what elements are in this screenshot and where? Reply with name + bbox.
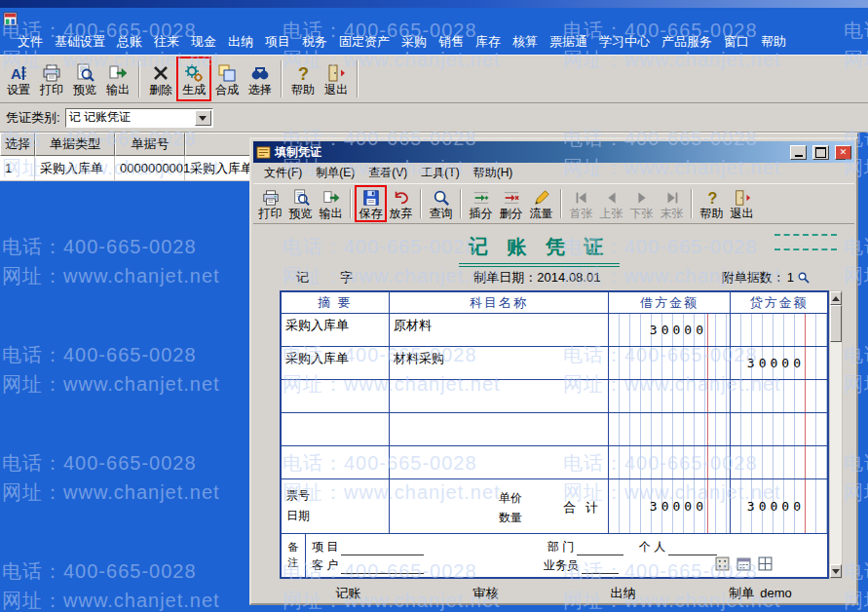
main-menu-1[interactable]: 文件	[12, 30, 49, 54]
vertical-scrollbar[interactable]	[829, 290, 843, 579]
voucher-word[interactable]: 记字	[296, 269, 353, 287]
settings-button[interactable]: A设置	[2, 57, 35, 100]
voucher-type-combo[interactable]: 记 记账凭证	[65, 108, 213, 128]
main-menu-17[interactable]: 窗口	[718, 30, 755, 54]
col-doc-type[interactable]: 单据类型	[35, 133, 115, 156]
cell-summary[interactable]	[282, 413, 389, 445]
dialog-menu-1[interactable]: 文件(F)	[257, 163, 309, 183]
output-button[interactable]: 输出	[316, 186, 346, 221]
combo-dropdown-icon[interactable]	[195, 110, 211, 126]
app-window-icon[interactable]	[3, 12, 18, 26]
cell-debit[interactable]	[608, 413, 730, 445]
main-menu-16[interactable]: 产品服务	[656, 30, 718, 54]
cell-summary[interactable]: 采购入库单	[282, 314, 389, 346]
cell-account[interactable]: 材料采购	[389, 347, 608, 379]
attachment-value[interactable]: 1	[787, 270, 794, 285]
main-menu-13[interactable]: 核算	[507, 30, 544, 54]
cell-summary[interactable]: 采购入库单	[282, 347, 389, 379]
item-field[interactable]	[341, 545, 424, 555]
cell-credit[interactable]	[730, 380, 827, 412]
voucher-row-5[interactable]	[282, 446, 827, 479]
main-menu-9[interactable]: 固定资产	[333, 30, 396, 54]
main-menu-8[interactable]: 税务	[296, 30, 333, 54]
abandon-button[interactable]: 放弃	[386, 186, 416, 221]
cell-account[interactable]	[389, 446, 608, 478]
cell-account[interactable]	[389, 380, 608, 412]
clerk-field[interactable]	[582, 563, 619, 574]
customer-field[interactable]	[341, 563, 424, 574]
cell-debit[interactable]	[608, 347, 730, 379]
col-doc-no[interactable]: 单据号	[115, 133, 185, 156]
delete-button[interactable]: 删除	[144, 57, 177, 100]
cell-summary[interactable]	[282, 446, 389, 478]
preview-button[interactable]: 预览	[285, 186, 316, 221]
cell-debit[interactable]: 30000	[608, 314, 730, 346]
main-menu-12[interactable]: 库存	[470, 30, 507, 54]
main-menu-2[interactable]: 基础设置	[49, 30, 111, 54]
main-menu-7[interactable]: 项目	[259, 30, 296, 54]
cell-debit[interactable]	[608, 380, 730, 412]
minimize-button[interactable]	[790, 145, 807, 160]
save-button[interactable]: 保存	[356, 186, 386, 221]
main-menu-10[interactable]: 采购	[396, 30, 433, 54]
exit-button[interactable]: 退出	[320, 57, 353, 100]
scroll-track[interactable]	[830, 305, 842, 564]
delete-split-button[interactable]: 删分	[496, 186, 526, 221]
print-button[interactable]: 打印	[255, 186, 285, 221]
calendar-icon[interactable]	[736, 556, 751, 571]
dialog-menu-4[interactable]: 工具(T)	[414, 163, 466, 183]
output-button[interactable]: 输出	[101, 57, 134, 100]
exit-button[interactable]: 退出	[727, 186, 757, 221]
cell-doc-type[interactable]: 采购入库单	[35, 156, 115, 181]
cell-summary[interactable]	[282, 380, 389, 412]
cell-doc-no[interactable]: 0000000001	[115, 156, 185, 181]
voucher-row-1[interactable]: 采购入库单原材料30000	[282, 314, 827, 347]
main-title-bar[interactable]	[0, 0, 868, 8]
query-button[interactable]: 查询	[426, 186, 456, 221]
dialog-title-bar[interactable]: 填制凭证	[253, 141, 854, 163]
choose-button[interactable]: 选择	[244, 57, 277, 100]
voucher-row-3[interactable]	[282, 380, 827, 413]
dept-field[interactable]	[577, 545, 623, 555]
main-menu-11[interactable]: 销售	[433, 30, 470, 54]
dialog-menu-5[interactable]: 帮助(H)	[467, 163, 520, 183]
scroll-up-icon[interactable]	[830, 291, 842, 305]
keypad-icon[interactable]	[715, 556, 730, 571]
col-select[interactable]: 选择	[0, 133, 35, 156]
insert-split-button[interactable]: 插分	[466, 186, 496, 221]
cell-credit[interactable]: 30000	[730, 347, 827, 379]
print-button[interactable]: 打印	[35, 57, 68, 100]
person-field[interactable]	[668, 545, 717, 555]
scroll-thumb[interactable]	[830, 305, 842, 342]
main-menu-15[interactable]: 学习中心	[593, 30, 656, 54]
cell-credit[interactable]	[730, 446, 827, 478]
main-menu-14[interactable]: 票据通	[544, 30, 593, 54]
scroll-down-icon[interactable]	[830, 564, 842, 578]
main-menu-18[interactable]: 帮助	[755, 30, 792, 54]
main-menu-6[interactable]: 出纳	[222, 30, 259, 54]
help-button[interactable]: ?帮助	[286, 57, 320, 100]
preview-button[interactable]: 预览	[68, 57, 101, 100]
voucher-date[interactable]: 制单日期：2014.08.01	[473, 269, 600, 287]
main-menu-5[interactable]: 现金	[185, 30, 222, 54]
dialog-menu-2[interactable]: 制单(E)	[309, 163, 361, 183]
cell-credit[interactable]	[730, 413, 827, 445]
cell-account[interactable]	[389, 413, 608, 445]
help-button[interactable]: ?帮助	[697, 186, 727, 221]
cell-select[interactable]: 1	[0, 156, 35, 181]
dialog-menu-3[interactable]: 查看(V)	[361, 163, 414, 183]
close-button[interactable]	[835, 145, 851, 160]
attachment-zoom-icon[interactable]	[797, 271, 810, 284]
cell-account[interactable]: 原材料	[389, 314, 608, 346]
grid-icon[interactable]	[758, 556, 773, 571]
compose-button[interactable]: 合成	[210, 57, 244, 100]
cell-debit[interactable]	[608, 446, 730, 478]
main-menu-3[interactable]: 总账	[111, 30, 148, 54]
cell-credit[interactable]	[730, 314, 827, 346]
flow-button[interactable]: 流量	[526, 186, 556, 221]
voucher-row-2[interactable]: 采购入库单材料采购30000	[282, 347, 827, 380]
maximize-button[interactable]	[812, 145, 829, 160]
generate-button[interactable]: 生成	[177, 57, 210, 100]
main-menu-4[interactable]: 往来	[148, 30, 185, 54]
voucher-row-4[interactable]	[282, 413, 827, 446]
